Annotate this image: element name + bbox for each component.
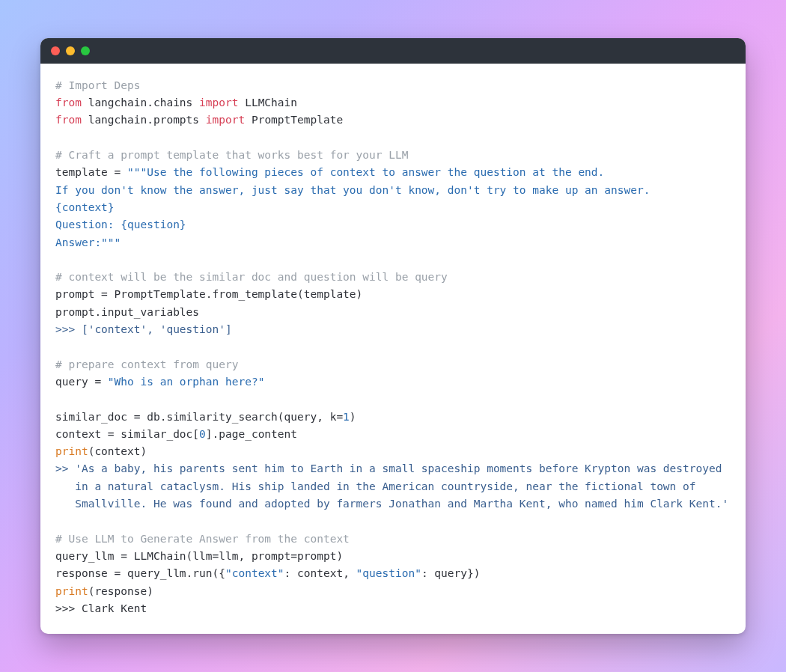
- builtin-print: print: [55, 445, 88, 457]
- string: "Who is an orphan here?": [108, 376, 265, 388]
- symbol: PromptTemplate: [245, 114, 343, 126]
- comment: # Import Deps: [55, 79, 141, 91]
- code-line: ].page_content: [206, 428, 297, 440]
- keyword-import: import: [199, 97, 238, 109]
- assign: query =: [55, 376, 108, 388]
- string: "question": [356, 567, 421, 579]
- string: Question: {question}: [55, 219, 186, 230]
- code-editor[interactable]: # Import Deps from langchain.chains impo…: [40, 64, 746, 634]
- comment: # Craft a prompt template that works bes…: [55, 149, 408, 161]
- keyword-import: import: [206, 114, 245, 126]
- close-icon[interactable]: [51, 46, 60, 55]
- string: """Use the following pieces of context t…: [127, 166, 604, 178]
- code-line: ): [350, 411, 356, 423]
- module: langchain.prompts: [82, 114, 206, 126]
- args: (response): [88, 585, 153, 597]
- code-line: response = query_llm.run({: [55, 567, 225, 579]
- module: langchain.chains: [82, 97, 199, 109]
- args: (context): [88, 445, 147, 457]
- code-line: context = similar_doc[: [55, 428, 199, 440]
- keyword-from: from: [55, 97, 82, 109]
- repl-prompt: >>>: [55, 602, 82, 614]
- repl-output: Smallville. He was found and adopted by …: [55, 498, 728, 510]
- minimize-icon[interactable]: [66, 46, 75, 55]
- symbol: LLMChain: [238, 97, 297, 109]
- string: If you don't know the answer, just say t…: [55, 184, 650, 196]
- repl-output: in a natural cataclysm. His ship landed …: [55, 480, 696, 492]
- builtin-print: print: [55, 585, 88, 597]
- code-line: prompt = PromptTemplate.from_template(te…: [55, 288, 362, 300]
- keyword-from: from: [55, 114, 82, 126]
- code-line: query_llm = LLMChain(llm=llm, prompt=pro…: [55, 550, 343, 562]
- repl-prompt: >>>: [55, 323, 82, 335]
- assign: template =: [55, 166, 127, 178]
- code-window: # Import Deps from langchain.chains impo…: [40, 38, 746, 634]
- comment: # prepare context from query: [55, 358, 238, 370]
- string: {context}: [55, 201, 115, 213]
- code-line: similar_doc = db.similarity_search(query…: [55, 411, 343, 423]
- number: 1: [343, 411, 350, 423]
- string: Answer:""": [55, 236, 121, 248]
- repl-output: Clark Kent: [82, 602, 147, 614]
- comment: # context will be the similar doc and qu…: [55, 271, 448, 283]
- comment: # Use LLM to Generate Answer from the co…: [55, 533, 350, 545]
- repl-output: >> 'As a baby, his parents sent him to E…: [55, 462, 722, 474]
- code-line: : context,: [284, 567, 356, 579]
- zoom-icon[interactable]: [81, 46, 90, 55]
- code-line: : query}): [421, 567, 481, 579]
- repl-output: ['context', 'question']: [82, 323, 232, 335]
- string: "context": [225, 567, 284, 579]
- titlebar: [40, 38, 746, 64]
- code-line: prompt.input_variables: [55, 306, 199, 318]
- number: 0: [199, 428, 206, 440]
